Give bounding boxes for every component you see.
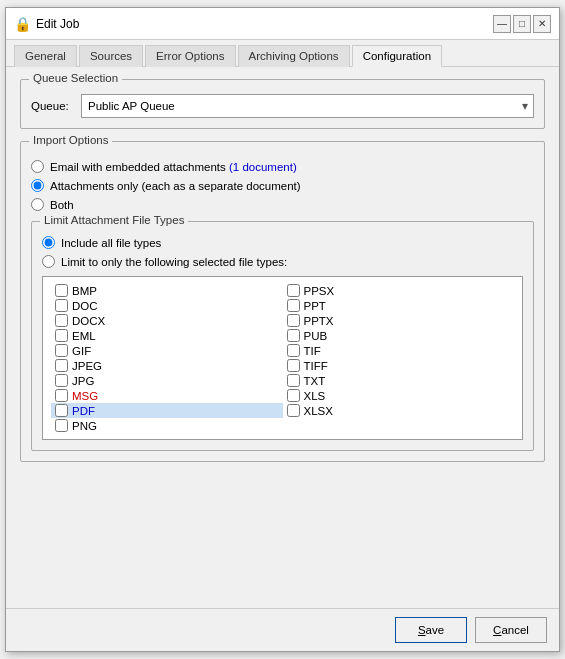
ft-tif-checkbox[interactable]: [287, 344, 300, 357]
import-options-group: Import Options Email with embedded attac…: [20, 141, 545, 462]
title-bar: 🔒 Edit Job — □ ✕: [6, 8, 559, 40]
ft-doc-label: DOC: [72, 300, 98, 312]
ft-gif-checkbox[interactable]: [55, 344, 68, 357]
ft-gif[interactable]: GIF: [51, 343, 283, 358]
title-bar-controls: — □ ✕: [493, 15, 551, 33]
limit-radio-group: Include all file types Limit to only the…: [42, 236, 523, 268]
ft-txt-checkbox[interactable]: [287, 374, 300, 387]
cancel-label: Cancel: [493, 624, 529, 636]
ft-pub-label: PUB: [304, 330, 328, 342]
main-content: Queue Selection Queue: Public AP Queue P…: [6, 67, 559, 608]
ft-txt[interactable]: TXT: [283, 373, 515, 388]
ft-pptx-checkbox[interactable]: [287, 314, 300, 327]
tab-bar: General Sources Error Options Archiving …: [6, 40, 559, 67]
ft-tif-label: TIF: [304, 345, 321, 357]
file-types-grid: BMP DOC DOCX EML: [51, 283, 514, 433]
ft-docx[interactable]: DOCX: [51, 313, 283, 328]
ft-pdf-checkbox[interactable]: [55, 404, 68, 417]
ft-msg-checkbox[interactable]: [55, 389, 68, 402]
queue-selection-group: Queue Selection Queue: Public AP Queue P…: [20, 79, 545, 129]
attachments-only-option[interactable]: Attachments only (each as a separate doc…: [31, 179, 534, 192]
ft-jpeg-checkbox[interactable]: [55, 359, 68, 372]
ft-msg-label: MSG: [72, 390, 98, 402]
ft-pub-checkbox[interactable]: [287, 329, 300, 342]
import-options-radio-group: Email with embedded attachments (1 docum…: [31, 160, 534, 211]
ft-jpg[interactable]: JPG: [51, 373, 283, 388]
email-embedded-radio[interactable]: [31, 160, 44, 173]
ft-xls-checkbox[interactable]: [287, 389, 300, 402]
ft-png-checkbox[interactable]: [55, 419, 68, 432]
file-types-box: BMP DOC DOCX EML: [42, 276, 523, 440]
import-options-title: Import Options: [29, 134, 112, 146]
ft-pub[interactable]: PUB: [283, 328, 515, 343]
tab-archiving-options[interactable]: Archiving Options: [238, 45, 350, 67]
ft-txt-label: TXT: [304, 375, 326, 387]
ft-ppsx-label: PPSX: [304, 285, 335, 297]
limit-to-radio[interactable]: [42, 255, 55, 268]
ft-eml-label: EML: [72, 330, 96, 342]
ft-eml-checkbox[interactable]: [55, 329, 68, 342]
include-all-radio[interactable]: [42, 236, 55, 249]
email-embedded-option[interactable]: Email with embedded attachments (1 docum…: [31, 160, 534, 173]
ft-xlsx-label: XLSX: [304, 405, 333, 417]
cancel-button[interactable]: Cancel: [475, 617, 547, 643]
limit-attachment-group: Limit Attachment File Types Include all …: [31, 221, 534, 451]
ft-eml[interactable]: EML: [51, 328, 283, 343]
ft-jpg-checkbox[interactable]: [55, 374, 68, 387]
ft-xls[interactable]: XLS: [283, 388, 515, 403]
limit-attachment-title: Limit Attachment File Types: [40, 214, 188, 226]
ft-msg[interactable]: MSG: [51, 388, 283, 403]
minimize-button[interactable]: —: [493, 15, 511, 33]
ft-ppt-checkbox[interactable]: [287, 299, 300, 312]
ft-tiff-checkbox[interactable]: [287, 359, 300, 372]
limit-to-option[interactable]: Limit to only the following selected fil…: [42, 255, 523, 268]
ft-doc[interactable]: DOC: [51, 298, 283, 313]
ft-pdf-label: PDF: [72, 405, 95, 417]
ft-bmp-label: BMP: [72, 285, 97, 297]
queue-row: Queue: Public AP Queue Private Queue Def…: [31, 94, 534, 118]
tab-configuration[interactable]: Configuration: [352, 45, 442, 67]
ft-jpg-label: JPG: [72, 375, 94, 387]
window-title: Edit Job: [36, 17, 79, 31]
ft-doc-checkbox[interactable]: [55, 299, 68, 312]
queue-label: Queue:: [31, 100, 73, 112]
maximize-button[interactable]: □: [513, 15, 531, 33]
ft-ppsx-checkbox[interactable]: [287, 284, 300, 297]
ft-pdf[interactable]: PDF: [51, 403, 283, 418]
ft-xlsx[interactable]: XLSX: [283, 403, 515, 418]
ft-ppt[interactable]: PPT: [283, 298, 515, 313]
ft-docx-label: DOCX: [72, 315, 105, 327]
tab-general[interactable]: General: [14, 45, 77, 67]
ft-pptx[interactable]: PPTX: [283, 313, 515, 328]
lock-icon: 🔒: [14, 16, 30, 32]
ft-bmp[interactable]: BMP: [51, 283, 283, 298]
ft-xlsx-checkbox[interactable]: [287, 404, 300, 417]
queue-select-wrapper: Public AP Queue Private Queue Default Qu…: [81, 94, 534, 118]
both-option[interactable]: Both: [31, 198, 534, 211]
ft-tif[interactable]: TIF: [283, 343, 515, 358]
email-embedded-label: Email with embedded attachments (1 docum…: [50, 161, 297, 173]
ft-png-label: PNG: [72, 420, 97, 432]
ft-bmp-checkbox[interactable]: [55, 284, 68, 297]
ft-gif-label: GIF: [72, 345, 91, 357]
both-radio[interactable]: [31, 198, 44, 211]
main-window: 🔒 Edit Job — □ ✕ General Sources Error O…: [5, 7, 560, 652]
include-all-label: Include all file types: [61, 237, 161, 249]
ft-pptx-label: PPTX: [304, 315, 334, 327]
both-label: Both: [50, 199, 74, 211]
ft-jpeg-label: JPEG: [72, 360, 102, 372]
save-button[interactable]: Save: [395, 617, 467, 643]
ft-png[interactable]: PNG: [51, 418, 283, 433]
tab-error-options[interactable]: Error Options: [145, 45, 235, 67]
include-all-option[interactable]: Include all file types: [42, 236, 523, 249]
tab-sources[interactable]: Sources: [79, 45, 143, 67]
close-button[interactable]: ✕: [533, 15, 551, 33]
attachments-only-radio[interactable]: [31, 179, 44, 192]
queue-selection-title: Queue Selection: [29, 72, 122, 84]
ft-tiff[interactable]: TIFF: [283, 358, 515, 373]
ft-xls-label: XLS: [304, 390, 326, 402]
ft-ppsx[interactable]: PPSX: [283, 283, 515, 298]
ft-jpeg[interactable]: JPEG: [51, 358, 283, 373]
queue-select[interactable]: Public AP Queue Private Queue Default Qu…: [81, 94, 534, 118]
ft-docx-checkbox[interactable]: [55, 314, 68, 327]
